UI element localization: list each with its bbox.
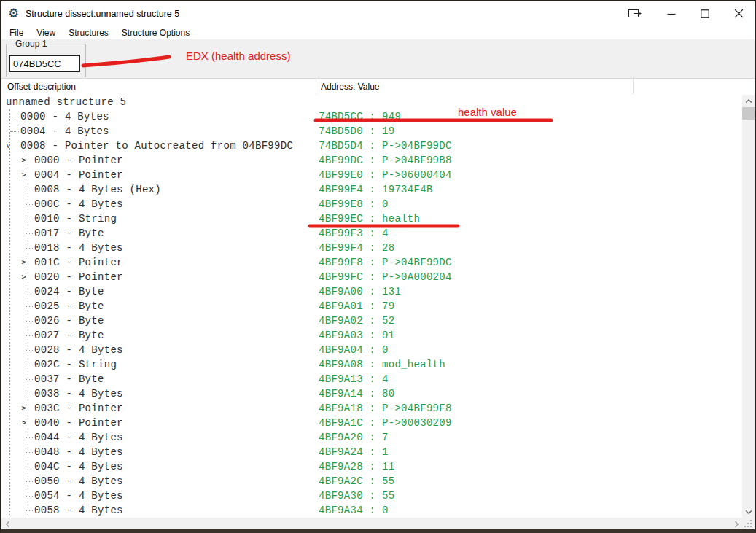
tree-row[interactable]: 0017 - Byte [0,226,313,241]
horizontal-scrollbar[interactable] [1,518,742,530]
value-row[interactable]: 74BD5D0 : 19 [319,124,394,139]
maximize-icon [701,8,709,21]
tree-row[interactable]: >003C - Pointer [0,401,313,416]
value-row[interactable]: 4BF99EC : health [319,211,420,226]
value-row[interactable]: 4BF9A01 : 79 [319,299,394,314]
tree-row[interactable]: 0000 - 4 Bytes [0,109,313,124]
value-row[interactable]: 4BF9A00 : 131 [319,284,401,299]
tree-row[interactable]: 0025 - Byte [0,299,313,314]
value-row[interactable]: 74BD5CC : 949 [319,109,401,124]
menu-bar: File View Structures Structure Options [1,26,755,39]
value-row[interactable]: 4BF9A03 : 91 [319,328,394,343]
tree-row[interactable]: 0038 - 4 Bytes [0,386,313,401]
tree-row[interactable]: 0058 - 4 Bytes [0,503,313,518]
maximize-button[interactable] [693,4,717,24]
tree-root-row[interactable]: unnamed structure 5 [0,95,313,109]
chevron-right-icon[interactable]: > [20,270,28,284]
tree-row[interactable]: 0044 - 4 Bytes [0,430,313,445]
tree-connector [26,335,33,336]
scroll-down-icon[interactable] [742,505,755,518]
value-row[interactable]: 4BF9A02 : 52 [319,314,394,328]
value-row[interactable]: 4BF9A34 : 0 [319,503,389,518]
tree-row[interactable]: 0037 - Byte [0,372,313,386]
column-splitter[interactable] [633,79,634,94]
tree-row-label: 0048 - 4 Bytes [34,445,123,459]
value-row[interactable]: 4BF99E4 : 19734F4B [319,182,433,197]
value-row[interactable]: 4BF9A08 : mod_health [319,357,445,372]
tree-row[interactable]: >0040 - Pointer [0,416,313,430]
tree-row[interactable]: 0008 - 4 Bytes (Hex) [0,182,313,197]
tree-row-label: 003C - Pointer [34,401,123,416]
value-row[interactable]: 4BF99FC : P->0A000204 [319,270,452,284]
menu-structure-options[interactable]: Structure Options [115,26,196,39]
close-button[interactable] [726,4,751,24]
value-row[interactable]: 4BF9A24 : 1 [319,445,389,459]
resize-grip-icon[interactable] [742,518,755,530]
tree-row[interactable]: 0027 - Byte [0,328,313,343]
value-row[interactable]: 4BF99E8 : 0 [319,197,389,211]
menu-view[interactable]: View [30,26,62,39]
value-row[interactable]: 4BF9A20 : 7 [319,430,389,445]
tree-row[interactable]: >0000 - Pointer [0,153,313,168]
tree-row[interactable]: 004C - 4 Bytes [0,459,313,474]
tree-row[interactable]: 0004 - 4 Bytes [0,124,313,139]
tree-connector [26,292,33,292]
value-row[interactable]: 4BF99DC : P->04BF99B8 [319,153,452,168]
value-row[interactable]: 4BF99E0 : P->06000404 [319,168,452,182]
chevron-right-icon[interactable]: > [20,255,28,270]
tree-row[interactable]: 0010 - String [0,211,313,226]
tree-row[interactable]: 002C - String [0,357,313,372]
tree-connector [10,131,19,132]
window-title: Structure dissect:unnamed structure 5 [26,9,179,19]
value-row[interactable]: 4BF9A2C : 55 [319,474,394,489]
tree-row[interactable]: >0004 - Pointer [0,168,313,182]
menu-file[interactable]: File [3,26,30,39]
column-splitter[interactable] [316,79,316,94]
value-row[interactable]: 4BF9A28 : 11 [319,459,394,474]
tree-row[interactable]: 000C - 4 Bytes [0,197,313,211]
tree-row[interactable]: 0054 - 4 Bytes [0,489,313,503]
value-row[interactable]: 4BF99F8 : P->04BF99DC [319,255,452,270]
titlebar[interactable]: ⚙ Structure dissect:unnamed structure 5 [1,1,755,26]
tree-row-label: 0000 - 4 Bytes [20,109,109,124]
tree-row-label: 0040 - Pointer [34,416,123,430]
scroll-right-icon[interactable] [730,518,742,530]
value-row[interactable]: 4BF99F3 : 4 [319,226,389,241]
close-icon [734,8,744,21]
tree-row-label: 0024 - Byte [34,284,104,299]
tree-row[interactable]: >0020 - Pointer [0,270,313,284]
tree-connector [26,306,33,307]
value-row[interactable]: 74BD5D4 : P->04BF99DC [319,139,452,153]
tree-row[interactable]: 0026 - Byte [0,314,313,328]
chevron-right-icon[interactable]: > [20,401,28,416]
scroll-left-icon[interactable] [1,518,14,530]
tree-row[interactable]: >001C - Pointer [0,255,313,270]
value-row[interactable]: 4BF9A18 : P->04BF99F8 [319,401,452,416]
tree-row[interactable]: 0048 - 4 Bytes [0,445,313,459]
chevron-right-icon[interactable]: > [20,416,28,430]
value-row[interactable]: 4BF9A1C : P->00030209 [319,416,452,430]
tree-row[interactable]: 0024 - Byte [0,284,313,299]
vertical-scrollbar[interactable] [742,95,755,518]
value-row[interactable]: 4BF9A30 : 55 [319,489,394,503]
group-address-input[interactable] [9,55,80,72]
menu-structures[interactable]: Structures [62,26,115,39]
chevron-right-icon[interactable]: > [20,153,28,168]
scrollbar-thumb[interactable] [742,107,755,120]
tree-row[interactable]: 0028 - 4 Bytes [0,343,313,357]
value-row[interactable]: 4BF9A04 : 0 [319,343,389,357]
tree-row[interactable]: 0018 - 4 Bytes [0,241,313,255]
tree-row[interactable]: 0050 - 4 Bytes [0,474,313,489]
value-row[interactable]: 4BF9A13 : 4 [319,372,389,386]
popout-button[interactable] [623,4,647,24]
scroll-up-icon[interactable] [742,95,755,107]
tree-connector [26,321,33,322]
value-row[interactable]: 4BF9A14 : 80 [319,386,394,401]
tree-connector [26,481,33,482]
tree-row-label: 000C - 4 Bytes [34,197,123,211]
chevron-down-icon[interactable]: > [1,141,15,150]
tree-row[interactable]: >0008 - Pointer to Autocreated from 04BF… [0,139,313,153]
chevron-right-icon[interactable]: > [20,168,28,182]
minimize-button[interactable] [659,4,684,24]
value-row[interactable]: 4BF99F4 : 28 [319,241,394,255]
